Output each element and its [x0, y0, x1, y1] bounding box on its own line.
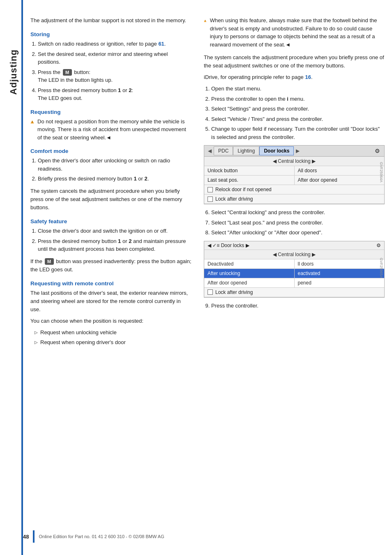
safety-step-1: Close the driver's door and switch the i… [38, 227, 191, 235]
comfort-step-1: Open the driver's door after unlocking o… [38, 157, 191, 173]
cancel-para: The system cancels the adjustment proced… [204, 53, 385, 70]
right-step-9-item: Press the controller. [211, 302, 385, 310]
requesting-warning-block: ! Do not request a position from the mem… [30, 118, 191, 142]
menu-cell-unlock-label: Unlock button [204, 166, 295, 175]
comfort-mode-steps: Open the driver's door after unlocking o… [38, 157, 191, 183]
menu2-central-locking: ◀ Central locking ▶ [204, 250, 384, 259]
menu-arrow-right: ▶ [294, 147, 302, 155]
menu-box-2: ◀ ✓≡ Door locks ▶ ⚙ ◀ Central locking ▶ … [204, 241, 385, 298]
storing-heading: Storing [30, 31, 191, 37]
right-column: ! When using this feature, always make s… [200, 16, 392, 539]
menu-row-lock-driving: Lock after driving [204, 194, 384, 204]
comfort-cancel-para: The system cancels the adjustment proced… [30, 187, 191, 212]
requesting-heading: Requesting [30, 109, 191, 115]
left-column: The adjustment of the lumbar support is … [23, 16, 200, 539]
storing-step-2: Set the desired seat, exterior mirror an… [38, 50, 191, 66]
menu-central-locking: ◀ Central locking ▶ [204, 157, 384, 166]
sidebar: Adjusting [0, 0, 21, 555]
idrive-para: iDrive, for operating principle refer to… [204, 73, 385, 81]
requesting-warning-text: Do not request a position from the memor… [37, 118, 191, 142]
right-step-2: Press the controller to open the i menu. [211, 95, 385, 103]
storing-step-1: Switch on radio readiness or ignition, r… [38, 40, 191, 48]
storing-steps: Switch on radio readiness or ignition, r… [38, 40, 191, 102]
menu2-cell-deactivated: Deactivated [204, 259, 295, 268]
menu2-row-deactivated: Deactivated ll doors [204, 259, 384, 269]
page-number: 48 [23, 534, 29, 540]
top-warning-icon: ! [204, 16, 207, 25]
intro-para: The adjustment of the lumbar support is … [30, 16, 191, 25]
comfort-step-2: Briefly press the desired memory button … [38, 175, 191, 183]
menu-arrow-left: ◀ [206, 147, 214, 155]
footer-blue-line [33, 530, 35, 543]
right-step-1: Open the start menu. [211, 85, 385, 93]
svg-text:!: ! [205, 20, 205, 22]
top-warning-text: When using this feature, always make sur… [210, 16, 385, 49]
lock-driving-label: Lock after driving [215, 196, 253, 202]
remote-para2: You can choose when the position is requ… [30, 317, 191, 325]
safety-step-2: Press the desired memory button 1 or 2 a… [38, 237, 191, 253]
menu-cell-last-seat-label: Last seat pos. [204, 176, 295, 185]
menu2-cell-after-door: After door opened [204, 278, 295, 287]
menu2-row-lock-driving: Lock after driving [204, 288, 384, 297]
menu2-lock-driving-label: Lock after driving [215, 289, 253, 295]
m-button-safety: M [45, 258, 54, 265]
menu-gear-icon: ⚙ [372, 147, 383, 155]
main-content: The adjustment of the lumbar support is … [23, 0, 392, 555]
menu2-header-left: ◀ ✓≡ Door locks ▶ [208, 243, 249, 248]
menu-image-ref-1: GVF25964A [379, 162, 383, 183]
relock-label: Relock door if not opened [215, 187, 272, 192]
remote-bullets: Request when unlocking vehicle Request w… [35, 328, 191, 346]
menu2-row-after-door: After door opened pened [204, 278, 384, 288]
tab-pdc[interactable]: PDC [214, 146, 233, 155]
storing-step-3: Press the M button:The LED in the button… [38, 68, 191, 84]
menu-cell-last-seat-value: After door opened [295, 176, 385, 185]
menu2-cell-eactivated: eactivated [295, 269, 385, 278]
menu-row-unlock: Unlock button All doors [204, 166, 384, 176]
relock-checkbox [208, 187, 213, 192]
safety-steps: Close the driver's door and switch the i… [38, 227, 191, 253]
remote-bullet-2: Request when opening driver's door [35, 338, 191, 347]
tab-lighting[interactable]: Lighting [233, 146, 259, 155]
menu2-cell-after-unlocking: After unlocking [204, 269, 295, 278]
safety-feature-heading: Safety feature [30, 218, 191, 224]
menu2-cell-alldoors: ll doors [295, 259, 385, 268]
menu-row-last-seat: Last seat pos. After door opened [204, 176, 384, 185]
menu-row-relock: Relock door if not opened [204, 185, 384, 194]
menu2-header: ◀ ✓≡ Door locks ▶ ⚙ [204, 241, 384, 250]
right-step-4: Select "Vehicle / Tires" and press the c… [211, 115, 385, 123]
safety-inadvertently-para: If the M button was pressed inadvertentl… [30, 257, 191, 274]
right-step-7: Select "Last seat pos." and press the co… [211, 219, 385, 227]
remote-para1: The last positions of the driver's seat,… [30, 289, 191, 314]
menu-header-1: ◀ PDC Lighting Door locks ▶ ⚙ [204, 146, 384, 157]
sidebar-label: Adjusting [8, 49, 19, 95]
page-footer: 48 Online Edition for Part no. 01 41 2 6… [23, 530, 384, 543]
menu2-cell-pened: pened [295, 278, 385, 287]
m-button-inline: M [63, 69, 72, 76]
requesting-remote-heading: Requesting with remote control [30, 280, 191, 287]
menu-image-ref-2: GVF25965A [379, 258, 383, 278]
menu-box-1: ◀ PDC Lighting Door locks ▶ ⚙ ◀ Central … [204, 145, 385, 204]
comfort-mode-heading: Comfort mode [30, 148, 191, 154]
remote-bullet-1: Request when unlocking vehicle [35, 328, 191, 337]
right-steps-6-8: Select "Central locking" and press the c… [211, 208, 385, 237]
menu2-lock-driving-checkbox [208, 289, 213, 295]
lock-driving-checkbox [208, 197, 213, 202]
page-61-link[interactable]: 61 [158, 41, 164, 47]
right-steps-1-5: Open the start menu. Press the controlle… [211, 85, 385, 141]
menu2-gear-icon: ⚙ [376, 243, 381, 248]
right-step-3: Select "Settings" and press the controll… [211, 105, 385, 113]
storing-step-4: Press the desired memory button 1 or 2:T… [38, 86, 191, 102]
top-warning-block: ! When using this feature, always make s… [204, 16, 385, 49]
tab-door-locks[interactable]: Door locks [259, 146, 294, 155]
right-step-6: Select "Central locking" and press the c… [211, 208, 385, 217]
warning-icon: ! [30, 118, 34, 127]
menu2-row-after-unlocking: After unlocking eactivated [204, 269, 384, 278]
page-16-link[interactable]: 16 [305, 74, 311, 80]
footer-text: Online Edition for Part no. 01 41 2 600 … [39, 534, 164, 539]
right-step-9: Press the controller. [211, 302, 385, 310]
right-step-8: Select "After unlocking" or "After door … [211, 229, 385, 237]
right-step-5: Change to upper field if necessary. Turn… [211, 125, 385, 141]
menu-cell-unlock-value: All doors [295, 166, 385, 175]
